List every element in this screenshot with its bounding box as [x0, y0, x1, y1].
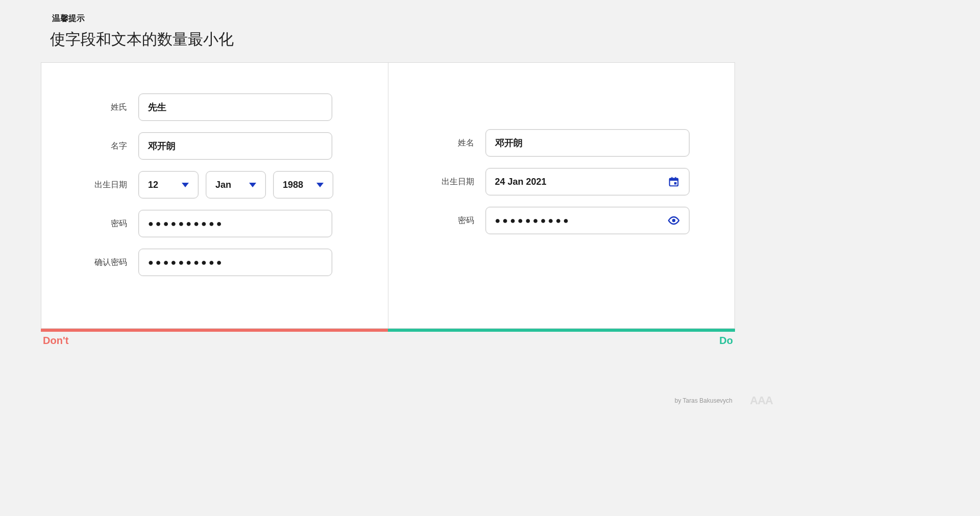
confirm-password-value: ●●●●●●●●●● [148, 258, 224, 267]
svg-rect-1 [669, 179, 678, 181]
name-label: 姓名 [409, 138, 485, 149]
surname-label: 姓氏 [62, 102, 138, 113]
pretitle: 温馨提示 [52, 13, 735, 24]
page-title: 使字段和文本的数量最小化 [50, 29, 735, 50]
dob-day-value: 12 [148, 180, 158, 190]
do-tag: Do [719, 335, 733, 347]
password-value: ●●●●●●●●●● [148, 219, 224, 228]
dob-input[interactable]: 24 Jan 2021 [485, 168, 690, 195]
password-label: 密码 [409, 215, 485, 226]
chevron-down-icon [182, 183, 189, 187]
dob-month-select[interactable]: Jan [206, 171, 266, 199]
dont-panel: 姓氏 先生 名字 邓开朗 出生日期 12 Jan [41, 63, 388, 328]
dont-bar [41, 329, 388, 332]
dob-value: 24 Jan 2021 [495, 177, 547, 187]
svg-rect-4 [674, 182, 676, 185]
dob-label: 出生日期 [62, 180, 138, 190]
chevron-down-icon [316, 183, 324, 187]
password-value: ●●●●●●●●●● [495, 216, 571, 225]
name-input[interactable]: 邓开朗 [485, 129, 690, 157]
surname-input[interactable]: 先生 [138, 93, 332, 121]
password-label: 密码 [62, 218, 138, 229]
watermark: AAA [750, 394, 773, 407]
firstname-value: 邓开朗 [148, 140, 176, 152]
divider-bar [41, 329, 735, 332]
firstname-input[interactable]: 邓开朗 [138, 132, 332, 160]
svg-point-5 [672, 219, 675, 222]
password-input[interactable]: ●●●●●●●●●● [485, 207, 690, 234]
confirm-password-label: 确认密码 [62, 257, 138, 268]
dob-label: 出生日期 [409, 177, 485, 187]
dob-month-value: Jan [215, 180, 231, 190]
svg-rect-2 [671, 177, 672, 180]
chevron-down-icon [249, 183, 256, 187]
comparison-container: 姓氏 先生 名字 邓开朗 出生日期 12 Jan [41, 62, 735, 329]
byline: by Taras Bakusevych [675, 397, 732, 404]
dob-day-select[interactable]: 12 [138, 171, 199, 199]
dob-year-value: 1988 [283, 180, 303, 190]
eye-icon[interactable] [668, 214, 680, 227]
calendar-icon[interactable] [668, 176, 680, 188]
dont-tag: Don't [43, 335, 68, 347]
dob-year-select[interactable]: 1988 [273, 171, 333, 199]
surname-value: 先生 [148, 101, 166, 113]
name-value: 邓开朗 [495, 137, 523, 149]
confirm-password-input[interactable]: ●●●●●●●●●● [138, 249, 332, 276]
password-input[interactable]: ●●●●●●●●●● [138, 210, 332, 237]
do-panel: 姓名 邓开朗 出生日期 24 Jan 2021 密码 ●●●●●●●●●● [388, 63, 735, 328]
svg-rect-3 [675, 177, 676, 180]
firstname-label: 名字 [62, 141, 138, 152]
do-bar [388, 329, 735, 332]
